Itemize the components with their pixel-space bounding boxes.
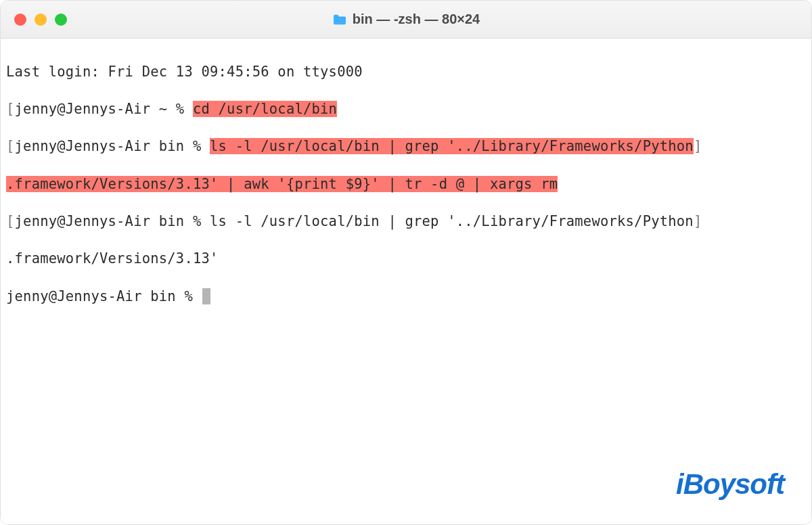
- traffic-lights: [14, 14, 67, 26]
- terminal-line: [jenny@Jennys-Air bin % ls -l /usr/local…: [6, 137, 806, 156]
- prompt-text: jenny@Jennys-Air bin %: [15, 138, 210, 154]
- folder-icon: [332, 14, 347, 26]
- maximize-button[interactable]: [55, 14, 67, 26]
- titlebar: bin — -zsh — 80×24: [1, 1, 811, 39]
- bracket-close: ]: [694, 213, 702, 229]
- highlighted-command: cd /usr/local/bin: [193, 101, 337, 117]
- watermark-logo: iBoysoft: [676, 465, 784, 504]
- bracket-open: [: [6, 213, 15, 229]
- command-text: .framework/Versions/3.13': [6, 250, 219, 267]
- last-login-text: Last login: Fri Dec 13 09:45:56 on ttys0…: [6, 64, 363, 80]
- terminal-line: [jenny@Jennys-Air bin % ls -l /usr/local…: [6, 212, 806, 231]
- prompt-text: jenny@Jennys-Air ~ %: [15, 101, 193, 117]
- cursor: [202, 288, 210, 304]
- terminal-line: .framework/Versions/3.13' | awk '{print …: [6, 175, 806, 194]
- watermark-text: iBoysoft: [676, 468, 784, 500]
- bracket-open: [: [6, 138, 15, 154]
- terminal-window: bin — -zsh — 80×24 Last login: Fri Dec 1…: [0, 0, 812, 525]
- minimize-button[interactable]: [35, 14, 47, 26]
- prompt-text: jenny@Jennys-Air bin %: [6, 288, 201, 304]
- terminal-line: .framework/Versions/3.13': [6, 250, 806, 269]
- terminal-line: [jenny@Jennys-Air ~ % cd /usr/local/bin: [6, 100, 806, 119]
- window-title-wrap: bin — -zsh — 80×24: [1, 12, 811, 27]
- prompt-text: jenny@Jennys-Air bin %: [15, 213, 210, 229]
- highlighted-command: .framework/Versions/3.13' | awk '{print …: [6, 176, 558, 192]
- terminal-output[interactable]: Last login: Fri Dec 13 09:45:56 on ttys0…: [1, 39, 811, 524]
- terminal-line: jenny@Jennys-Air bin %: [6, 288, 806, 306]
- bracket-open: [: [6, 101, 15, 117]
- terminal-line: Last login: Fri Dec 13 09:45:56 on ttys0…: [6, 63, 806, 82]
- window-title: bin — -zsh — 80×24: [353, 12, 480, 27]
- command-text: ls -l /usr/local/bin | grep '../Library/…: [210, 213, 694, 229]
- bracket-close: ]: [694, 138, 702, 154]
- close-button[interactable]: [14, 14, 26, 26]
- highlighted-command: ls -l /usr/local/bin | grep '../Library/…: [210, 138, 694, 154]
